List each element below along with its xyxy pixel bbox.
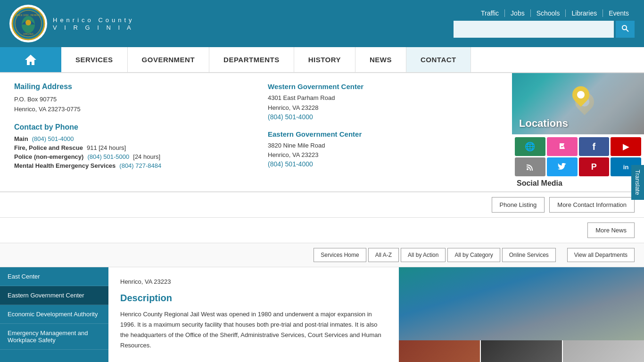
left-sidebar: East Center Eastern Government Center Ec… — [0, 267, 108, 362]
home-icon — [24, 53, 37, 66]
main-nav: SERVICES GOVERNMENT DEPARTMENTS HISTORY … — [0, 47, 644, 73]
pin-center — [575, 89, 586, 100]
departments-row: Services Home All A-Z All by Action All … — [0, 243, 644, 267]
photo-main — [399, 267, 644, 340]
county-seal: SINCE 1634 · HENRICO VIRGINIA — [9, 5, 47, 42]
more-contact-button[interactable]: More Contact Information — [549, 197, 635, 213]
western-phone[interactable]: (804) 501-4000 — [268, 113, 313, 121]
svg-point-6 — [622, 25, 627, 30]
main-label: Main — [14, 135, 28, 142]
description-title: Description — [120, 293, 387, 304]
contact-left: Mailing Address P.O. Box 90775 Henrico, … — [14, 82, 249, 187]
phone-title: Contact by Phone — [14, 123, 249, 132]
youtube-icon[interactable]: ▶ — [611, 137, 641, 156]
nav-news[interactable]: NEWS — [355, 47, 406, 72]
eastern-title: Eastern Government Center — [268, 130, 503, 138]
sidebar-item-emergency[interactable]: Emergency Management and Workplace Safet… — [0, 324, 108, 350]
nav-government[interactable]: GOVERNMENT — [128, 47, 210, 72]
main-phone[interactable]: (804) 501-4000 — [32, 135, 74, 142]
photo-row — [399, 340, 644, 362]
western-title: Western Government Center — [268, 82, 503, 90]
svg-point-8 — [527, 168, 528, 170]
eastern-phone[interactable]: (804) 501-4000 — [268, 160, 313, 168]
dept-a-to-z[interactable]: All A-Z — [368, 248, 399, 262]
top-right: Traffic Jobs Schools Libraries Events — [454, 9, 635, 38]
dept-online-services[interactable]: Online Services — [502, 248, 556, 262]
nav-history[interactable]: HISTORY — [294, 47, 355, 72]
state-name: V I R G I N I A — [53, 25, 135, 31]
description-text: Henrico County Regional Jail West was op… — [120, 309, 387, 351]
photo-thumb-3 — [563, 340, 644, 362]
svg-line-7 — [626, 29, 628, 32]
home-nav[interactable] — [0, 47, 61, 72]
mental-label: Mental Health Emergency Services — [14, 162, 116, 169]
western-addr2: Henrico, VA 23228 — [268, 103, 503, 113]
nav-services[interactable]: SERVICES — [61, 47, 128, 72]
top-bar: SINCE 1634 · HENRICO VIRGINIA Henrico Co… — [0, 0, 644, 47]
police-phone[interactable]: (804) 501-5000 — [87, 153, 129, 160]
logo-area: SINCE 1634 · HENRICO VIRGINIA Henrico Co… — [9, 5, 135, 42]
dept-content: East Center Eastern Government Center Ec… — [0, 267, 644, 362]
county-name: Henrico County — [53, 17, 135, 24]
fire-phone-row: Fire, Police and Rescue 911 [24 hours] — [14, 144, 249, 151]
locations-widget[interactable]: Locations — [512, 73, 644, 134]
news-row: More News — [0, 218, 644, 243]
pinterest-icon[interactable]: P — [579, 157, 610, 176]
svg-point-4 — [25, 20, 31, 25]
sidebar-item-east-center[interactable]: East Center — [0, 267, 108, 286]
quick-links: Traffic Jobs Schools Libraries Events — [475, 9, 635, 17]
translate-button[interactable]: Translate — [631, 165, 644, 200]
search-bar — [454, 21, 635, 38]
contact-right: Western Government Center 4301 East Parh… — [268, 82, 503, 187]
mailing-addr2: Henrico, VA 23273-0775 — [14, 105, 249, 115]
dept-services-home[interactable]: Services Home — [314, 248, 366, 262]
contact-buttons-row: Phone Listing More Contact Information — [0, 192, 644, 218]
photo-thumb-1 — [399, 340, 480, 362]
mental-phone-row: Mental Health Emergency Services (804) 7… — [14, 162, 249, 169]
eastern-addr2: Henrico, VA 23223 — [268, 150, 503, 160]
dept-address: Henrico, VA 23223 — [120, 277, 387, 287]
view-all-departments-button[interactable]: View all Departments — [567, 248, 635, 262]
fire-label: Fire, Police and Rescue — [14, 144, 83, 151]
sidebar-item-eda[interactable]: Economic Development Authority — [0, 305, 108, 324]
photo-thumb-2 — [481, 340, 562, 362]
contact-section: Mailing Address P.O. Box 90775 Henrico, … — [0, 73, 644, 192]
police-label: Police (non-emergency) — [14, 153, 83, 160]
search-button[interactable] — [616, 21, 635, 38]
quick-link-jobs[interactable]: Jobs — [505, 9, 531, 17]
social-icons-grid: 🌐 f ▶ P in — [515, 137, 641, 176]
svg-text:VIRGINIA: VIRGINIA — [23, 33, 34, 35]
social-media-widget: 🌐 f ▶ P in Social Media — [512, 134, 644, 192]
main-phone-row: Main (804) 501-4000 — [14, 135, 249, 142]
western-addr1: 4301 East Parham Road — [268, 93, 503, 103]
twitter-icon[interactable] — [547, 157, 578, 176]
dept-by-category[interactable]: All by Category — [447, 248, 500, 262]
quick-link-traffic[interactable]: Traffic — [475, 9, 505, 17]
eastern-center: Eastern Government Center 3820 Nine Mile… — [268, 130, 503, 168]
western-center: Western Government Center 4301 East Parh… — [268, 82, 503, 121]
police-hours: [24 hours] — [133, 153, 160, 160]
globe-icon[interactable]: 🌐 — [515, 137, 545, 156]
eastern-addr1: 3820 Nine Mile Road — [268, 141, 503, 151]
quick-link-libraries[interactable]: Libraries — [566, 9, 603, 17]
mental-phone[interactable]: (804) 727-8484 — [119, 162, 161, 169]
foursquare-icon[interactable] — [547, 137, 578, 156]
search-input[interactable] — [454, 21, 614, 38]
nav-departments[interactable]: DEPARTMENTS — [209, 47, 294, 72]
mailing-title: Mailing Address — [14, 82, 249, 91]
right-widgets: Locations 🌐 f ▶ P in Social Media — [512, 73, 644, 192]
site-logo-text: Henrico County V I R G I N I A — [53, 16, 135, 32]
nav-contact[interactable]: CONTACT — [406, 47, 471, 72]
more-news-button[interactable]: More News — [587, 222, 635, 238]
sidebar-item-eastern-gov[interactable]: Eastern Government Center — [0, 286, 108, 305]
locations-label: Locations — [519, 117, 568, 130]
fire-value: 911 [24 hours] — [87, 144, 126, 151]
dept-by-action[interactable]: All by Action — [401, 248, 446, 262]
quick-link-schools[interactable]: Schools — [531, 9, 566, 17]
phone-listing-button[interactable]: Phone Listing — [492, 197, 545, 213]
rss-icon[interactable] — [515, 157, 545, 176]
facebook-icon[interactable]: f — [579, 137, 610, 156]
social-media-label: Social Media — [515, 178, 641, 189]
quick-link-events[interactable]: Events — [603, 9, 635, 17]
police-phone-row: Police (non-emergency) (804) 501-5000 [2… — [14, 153, 249, 160]
